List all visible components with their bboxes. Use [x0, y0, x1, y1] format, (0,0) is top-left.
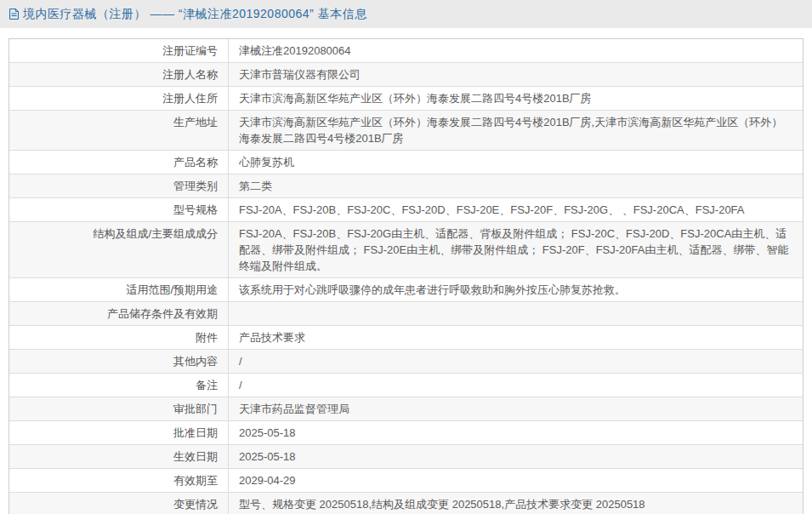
row-value: 2025-05-18 [229, 421, 803, 444]
row-label: 有效期至 [9, 469, 229, 492]
row-label: 批准日期 [9, 421, 229, 444]
row-label: 附件 [9, 326, 229, 349]
page-title: 境内医疗器械（注册） —— “津械注准20192080064” 基本信息 [23, 7, 367, 22]
table-row-expiry-date: 有效期至 2029-04-29 [9, 469, 803, 493]
row-value: 天津市滨海高新区华苑产业区（环外）海泰发展二路四号4号楼201B厂房,天津市滨海… [229, 111, 803, 150]
table-row-storage-conditions: 产品储存条件及有效期 [9, 302, 803, 326]
row-label: 备注 [9, 374, 229, 397]
table-row-structure-composition: 结构及组成/主要组成成分 FSJ-20A、FSJ-20B、FSJ-20G由主机、… [9, 222, 803, 278]
row-value: 天津市滨海高新区华苑产业区（环外）海泰发展二路四号4号楼201B厂房 [229, 87, 803, 110]
row-value: 产品技术要求 [229, 326, 803, 349]
table-row-registrant-address: 注册人住所 天津市滨海高新区华苑产业区（环外）海泰发展二路四号4号楼201B厂房 [9, 87, 803, 111]
table-row-model-spec: 型号规格 FSJ-20A、FSJ-20B、FSJ-20C、FSJ-20D、FSJ… [9, 198, 803, 222]
row-label: 型号规格 [9, 198, 229, 221]
row-label: 结构及组成/主要组成成分 [9, 222, 229, 277]
row-value: 津械注准20192080064 [229, 39, 803, 62]
table-row-attachments: 附件 产品技术要求 [9, 326, 803, 350]
row-label: 注册人住所 [9, 87, 229, 110]
row-label: 生产地址 [9, 111, 229, 150]
row-label: 适用范围/预期用途 [9, 278, 229, 301]
row-value: / [229, 350, 803, 373]
registration-info-table: 注册证编号 津械注准20192080064 注册人名称 天津市普瑞仪器有限公司 … [9, 38, 803, 514]
row-label: 生效日期 [9, 445, 229, 468]
row-label: 注册人名称 [9, 63, 229, 86]
row-label: 注册证编号 [9, 39, 229, 62]
table-row-effective-date: 生效日期 2025-05-18 [9, 445, 803, 469]
document-icon [9, 8, 20, 20]
row-value: 2025-05-18 [229, 445, 803, 468]
table-row-approval-date: 批准日期 2025-05-18 [9, 421, 803, 445]
table-row-change-history: 变更情况 型号、规格变更 20250518,结构及组成变更 20250518,产… [9, 493, 803, 514]
table-row-remarks: 备注 / [9, 374, 803, 397]
row-label: 管理类别 [9, 174, 229, 197]
row-value: 天津市药品监督管理局 [229, 397, 803, 420]
table-row-reg-number: 注册证编号 津械注准20192080064 [9, 39, 803, 63]
table-row-approval-department: 审批部门 天津市药品监督管理局 [9, 397, 803, 421]
row-value: FSJ-20A、FSJ-20B、FSJ-20C、FSJ-20D、FSJ-20E、… [229, 198, 803, 221]
table-row-production-address: 生产地址 天津市滨海高新区华苑产业区（环外）海泰发展二路四号4号楼201B厂房,… [9, 111, 803, 151]
table-row-management-class: 管理类别 第二类 [9, 174, 803, 198]
row-label: 审批部门 [9, 397, 229, 420]
row-value: 心肺复苏机 [229, 151, 803, 174]
row-value: 天津市普瑞仪器有限公司 [229, 63, 803, 86]
table-row-product-name: 产品名称 心肺复苏机 [9, 151, 803, 174]
row-value: 第二类 [229, 174, 803, 197]
row-label: 变更情况 [9, 493, 229, 514]
row-value [229, 302, 803, 325]
row-value: / [229, 374, 803, 397]
table-row-registrant-name: 注册人名称 天津市普瑞仪器有限公司 [9, 63, 803, 87]
row-value: 2029-04-29 [229, 469, 803, 492]
row-value: 该系统用于对心跳呼吸骤停的成年患者进行呼吸救助和胸外按压心肺复苏抢救。 [229, 278, 803, 301]
row-value: 型号、规格变更 20250518,结构及组成变更 20250518,产品技术要求… [229, 493, 803, 514]
row-value: FSJ-20A、FSJ-20B、FSJ-20G由主机、适配器、背板及附件组成； … [229, 222, 803, 277]
row-label: 产品名称 [9, 151, 229, 174]
row-label: 产品储存条件及有效期 [9, 302, 229, 325]
table-row-other-content: 其他内容 / [9, 350, 803, 374]
page-header: 境内医疗器械（注册） —— “津械注准20192080064” 基本信息 [0, 0, 812, 28]
table-row-intended-use: 适用范围/预期用途 该系统用于对心跳呼吸骤停的成年患者进行呼吸救助和胸外按压心肺… [9, 278, 803, 302]
row-label: 其他内容 [9, 350, 229, 373]
